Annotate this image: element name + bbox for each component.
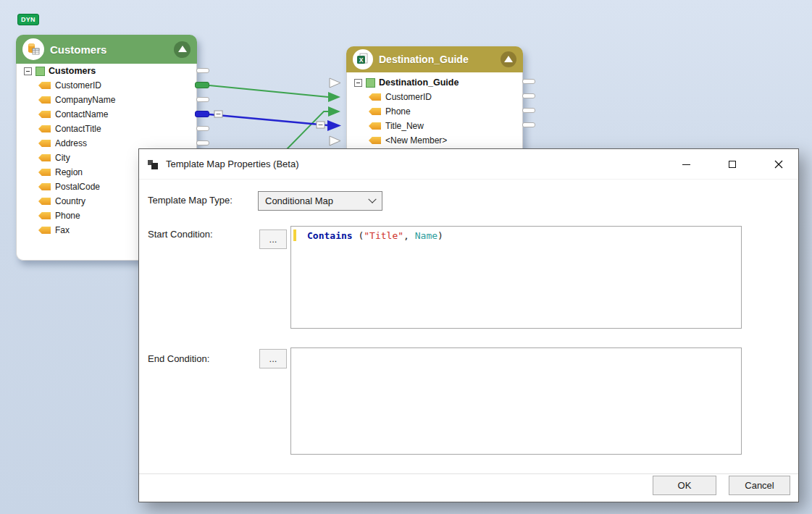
field-label: Address (55, 138, 87, 148)
field-arrow-icon (38, 169, 51, 176)
wire-marker-box[interactable] (317, 122, 325, 128)
code-token-plain: , (403, 230, 415, 241)
field-arrow-icon (38, 96, 51, 104)
connector-stub[interactable] (196, 68, 209, 73)
field-arrow-icon (369, 108, 381, 115)
mapping-wire-phone[interactable] (287, 106, 340, 149)
unmapped-input-arrow-icon[interactable] (330, 78, 340, 88)
close-button[interactable] (762, 149, 795, 180)
connector-stub[interactable] (522, 79, 535, 84)
unmapped-input-arrow-icon[interactable] (330, 136, 340, 146)
minimize-button[interactable] (669, 149, 703, 180)
start-condition-code: Contains ("Title", Name) (307, 229, 443, 242)
collapse-expander-icon[interactable] (24, 67, 32, 75)
code-token-string: "Title" (364, 230, 403, 241)
field-arrow-icon (369, 93, 381, 101)
collapse-expander-icon[interactable] (354, 79, 362, 87)
field-arrow-icon (38, 154, 51, 161)
start-condition-browse-button[interactable]: ... (259, 229, 287, 249)
cancel-button[interactable]: Cancel (729, 476, 790, 495)
mapping-wire-customerid[interactable] (209, 85, 340, 102)
field-row[interactable]: Title_New (347, 119, 522, 133)
field-row[interactable]: CustomerID (347, 90, 522, 104)
field-label: Fax (55, 225, 70, 235)
field-row[interactable]: CustomerID (17, 78, 196, 93)
wire-arrowhead-icon (328, 92, 340, 102)
field-label: ContactName (55, 109, 108, 119)
field-label: Phone (385, 106, 411, 117)
connector-stub[interactable] (522, 122, 535, 127)
end-condition-browse-button[interactable]: ... (259, 349, 287, 368)
connector-stub-mapped-blue[interactable] (195, 111, 209, 117)
mapping-wire-title-new[interactable] (209, 111, 341, 131)
field-label: CustomerID (385, 92, 432, 102)
field-row[interactable]: <New Member> (347, 133, 522, 148)
window-controls (669, 149, 795, 180)
ok-button[interactable]: OK (653, 476, 716, 495)
tree-root-label: Destination_Guide (379, 77, 459, 88)
minimize-icon (682, 164, 690, 165)
dyn-badge: DYN (17, 14, 39, 25)
field-arrow-icon (38, 140, 51, 147)
connector-stub-mapped-green[interactable] (195, 82, 209, 88)
dropdown-selected-value: Conditional Map (265, 195, 333, 206)
modified-line-bar (293, 229, 296, 241)
footer-divider (139, 473, 798, 474)
field-arrow-icon (38, 227, 51, 234)
field-arrow-icon (38, 125, 51, 132)
svg-text:X: X (359, 56, 364, 64)
end-condition-editor[interactable] (290, 347, 742, 455)
field-label: ContactTitle (55, 124, 101, 134)
dialog-titlebar[interactable]: Template Map Properties (Beta) (139, 149, 798, 180)
close-icon (774, 160, 783, 169)
connector-stub[interactable] (196, 140, 209, 146)
field-row[interactable]: CompanyName (17, 93, 196, 107)
maximize-button[interactable] (716, 149, 749, 180)
code-token-identifier: Name (415, 230, 438, 241)
field-arrow-icon (369, 122, 381, 130)
connector-stub[interactable] (522, 108, 535, 113)
source-panel-header[interactable]: Customers (16, 35, 197, 64)
excel-file-icon: X (353, 49, 373, 69)
field-row[interactable]: ContactName (17, 107, 196, 122)
wire-arrowhead-icon (328, 106, 340, 117)
field-arrow-icon (38, 82, 51, 89)
field-arrow-icon (38, 212, 51, 219)
table-node-icon (366, 78, 375, 88)
maximize-icon (729, 161, 736, 168)
source-panel-title: Customers (50, 43, 168, 56)
wire-arrowhead-icon (327, 120, 341, 131)
connector-stub[interactable] (196, 126, 209, 131)
destination-panel-header[interactable]: X Destination_Guide (346, 46, 523, 72)
collapse-panel-button[interactable] (501, 51, 516, 67)
field-arrow-icon (38, 111, 51, 118)
field-label: Title_New (385, 121, 424, 131)
connector-stub[interactable] (196, 97, 209, 102)
field-label: Phone (55, 211, 80, 221)
table-node-icon (35, 67, 45, 76)
field-arrow-icon (38, 198, 51, 205)
code-token-keyword: Contains (307, 230, 353, 241)
field-label: CompanyName (55, 95, 115, 105)
template-map-type-label: Template Map Type: (148, 195, 233, 206)
start-condition-editor[interactable]: Contains ("Title", Name) (290, 226, 742, 329)
tree-root-row[interactable]: Customers (17, 64, 196, 78)
field-arrow-icon (38, 183, 51, 190)
field-label: Region (55, 167, 83, 177)
field-label: Country (55, 196, 85, 206)
start-condition-label: Start Condition: (148, 229, 213, 240)
triangle-up-icon (178, 46, 187, 52)
mapping-canvas: DYN Customers CustomersCustomerIDCompany… (0, 0, 812, 514)
wire-marker-box[interactable] (214, 111, 222, 117)
field-row[interactable]: Phone (347, 104, 522, 119)
field-label: CustomerID (55, 80, 101, 90)
collapse-panel-button[interactable] (174, 41, 191, 58)
field-row[interactable]: ContactTitle (17, 122, 196, 136)
connector-stub[interactable] (522, 93, 535, 98)
destination-panel-title: Destination_Guide (379, 54, 495, 65)
template-map-type-dropdown[interactable]: Conditional Map (258, 191, 382, 211)
tree-root-row[interactable]: Destination_Guide (347, 75, 522, 90)
chevron-down-icon (368, 195, 376, 203)
field-label: <New Member> (385, 135, 447, 146)
database-table-icon (22, 38, 44, 60)
